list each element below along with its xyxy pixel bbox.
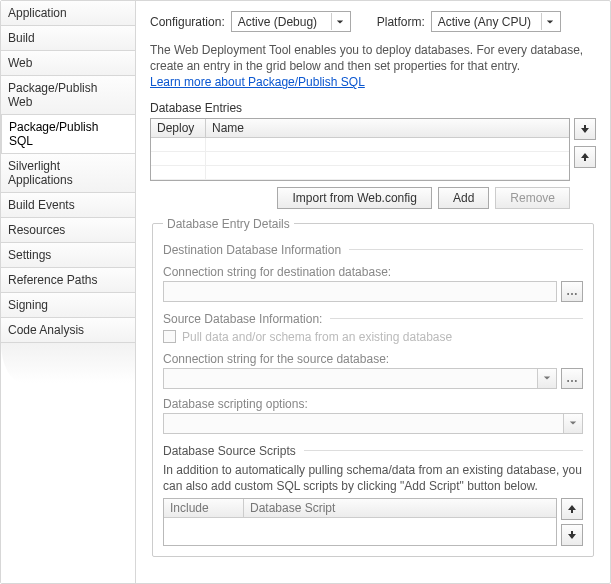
sidebar-item-code-analysis[interactable]: Code Analysis: [1, 318, 135, 343]
dest-conn-browse-button[interactable]: …: [561, 281, 583, 302]
details-group-title: Database Entry Details: [163, 217, 294, 231]
add-button[interactable]: Add: [438, 187, 489, 209]
database-entry-details-group: Database Entry Details Destination Datab…: [152, 217, 594, 557]
sidebar-item-label: Package/Publish SQL: [9, 120, 98, 148]
sidebar-item-label: Signing: [8, 298, 48, 312]
dropdown-arrow-icon: [563, 414, 582, 433]
source-conn-combo[interactable]: [163, 368, 557, 389]
database-entries-heading: Database Entries: [150, 101, 596, 115]
main-panel: Configuration: Active (Debug) Platform: …: [136, 1, 610, 583]
configuration-select[interactable]: Active (Debug): [231, 11, 351, 32]
sidebar-item-label: Package/Publish Web: [8, 81, 97, 109]
sidebar-item-resources[interactable]: Resources: [1, 218, 135, 243]
sidebar-item-settings[interactable]: Settings: [1, 243, 135, 268]
sidebar-item-label: Code Analysis: [8, 323, 84, 337]
sidebar-item-build[interactable]: Build: [1, 26, 135, 51]
sidebar-item-label: Build: [8, 31, 35, 45]
platform-value: Active (Any CPU): [438, 15, 531, 29]
script-move-down-button[interactable]: [561, 524, 583, 546]
sidebar-item-label: Web: [8, 56, 32, 70]
sidebar-item-signing[interactable]: Signing: [1, 293, 135, 318]
grid-col-name[interactable]: Name: [206, 119, 569, 137]
sidebar-item-silverlight[interactable]: Silverlight Applications: [1, 154, 135, 193]
sidebar-item-label: Settings: [8, 248, 51, 262]
dropdown-arrow-icon: [331, 13, 348, 30]
sidebar-item-build-events[interactable]: Build Events: [1, 193, 135, 218]
scripts-col-include[interactable]: Include: [164, 499, 244, 517]
page-description: The Web Deployment Tool enables you to d…: [150, 42, 596, 91]
source-conn-label: Connection string for the source databas…: [163, 352, 583, 366]
scripts-description: In addition to automatically pulling sch…: [163, 462, 583, 494]
platform-select[interactable]: Active (Any CPU): [431, 11, 561, 32]
sidebar-item-label: Resources: [8, 223, 65, 237]
sidebar-item-label: Build Events: [8, 198, 75, 212]
dropdown-arrow-icon: [541, 13, 558, 30]
sidebar-item-web[interactable]: Web: [1, 51, 135, 76]
sidebar-item-reference-paths[interactable]: Reference Paths: [1, 268, 135, 293]
configuration-label: Configuration:: [150, 15, 225, 29]
pull-data-label: Pull data and/or schema from an existing…: [182, 330, 452, 344]
source-conn-browse-button[interactable]: …: [561, 368, 583, 389]
destination-db-heading: Destination Database Information: [163, 243, 583, 257]
script-options-combo[interactable]: [163, 413, 583, 434]
script-options-label: Database scripting options:: [163, 397, 583, 411]
sidebar-item-label: Reference Paths: [8, 273, 97, 287]
sidebar-tail: [1, 343, 135, 583]
project-tabs-sidebar: Application Build Web Package/Publish We…: [1, 1, 136, 583]
description-text: The Web Deployment Tool enables you to d…: [150, 43, 583, 73]
sidebar-item-label: Silverlight Applications: [8, 159, 73, 187]
scripts-col-script[interactable]: Database Script: [244, 499, 556, 517]
sidebar-item-application[interactable]: Application: [1, 1, 135, 26]
import-from-webconfig-button[interactable]: Import from Web.config: [277, 187, 432, 209]
scripts-grid[interactable]: Include Database Script: [163, 498, 557, 546]
sidebar-item-package-publish-sql[interactable]: Package/Publish SQL: [1, 115, 135, 154]
grid-col-deploy[interactable]: Deploy: [151, 119, 206, 137]
dest-conn-input[interactable]: [163, 281, 557, 302]
configuration-value: Active (Debug): [238, 15, 317, 29]
sidebar-item-label: Application: [8, 6, 67, 20]
grid-row[interactable]: [151, 166, 569, 180]
platform-label: Platform:: [377, 15, 425, 29]
dropdown-arrow-icon: [537, 369, 556, 388]
move-up-button[interactable]: [574, 146, 596, 168]
move-down-button[interactable]: [574, 118, 596, 140]
grid-row[interactable]: [151, 138, 569, 152]
remove-button: Remove: [495, 187, 570, 209]
source-db-heading: Source Database Information:: [163, 312, 583, 326]
script-move-up-button[interactable]: [561, 498, 583, 520]
learn-more-link[interactable]: Learn more about Package/Publish SQL: [150, 75, 365, 89]
grid-row[interactable]: [151, 152, 569, 166]
db-source-scripts-heading: Database Source Scripts: [163, 444, 583, 458]
dest-conn-label: Connection string for destination databa…: [163, 265, 583, 279]
sidebar-item-package-publish-web[interactable]: Package/Publish Web: [1, 76, 135, 115]
pull-data-checkbox[interactable]: [163, 330, 176, 343]
database-entries-grid[interactable]: Deploy Name: [150, 118, 570, 181]
